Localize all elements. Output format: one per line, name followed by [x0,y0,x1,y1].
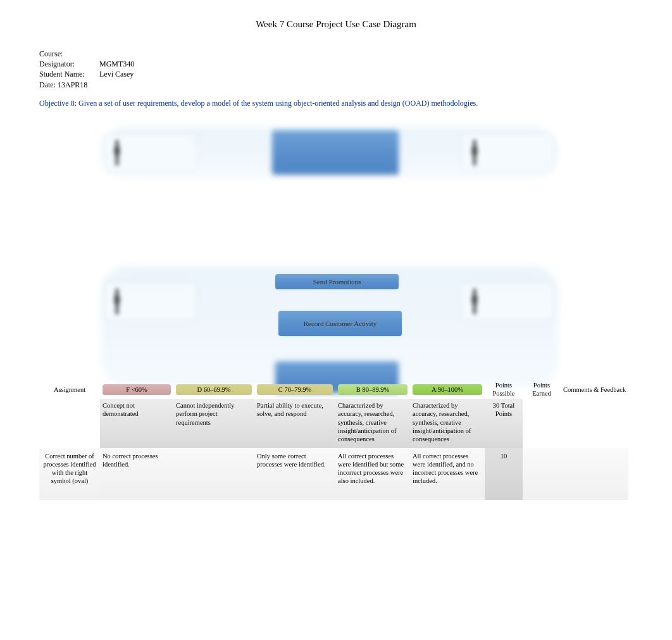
row-d [173,448,254,501]
student-row: Student Name: Levi Casey [39,69,672,79]
header-grade-c: C 70–79.9% [257,384,333,395]
descriptor-f: Concept not demonstrated [100,399,173,448]
actor-icon [468,139,482,166]
descriptor-a: Characterized by accuracy, researched, s… [410,399,485,448]
use-case-diagram: Send Promotions Record Customer Activity [0,127,672,399]
actor-box-left-top [104,134,196,172]
descriptor-c: Partial ability to execute, solve, and r… [254,399,335,448]
row-b: All correct processes were identified bu… [335,448,410,501]
header-grade-a: A 90–100% [413,384,482,395]
rubric-row: Correct number of processes identified w… [39,448,628,501]
row-comments [561,448,628,501]
header-points-possible: Points Possible [485,380,523,399]
page-title: Week 7 Course Project Use Case Diagram [0,0,672,49]
header-points-earned: Points Earned [523,380,561,399]
row-a: All correct processes were identified, a… [410,448,485,501]
descriptor-d: Cannot independently perform project req… [173,399,254,448]
actor-icon [468,288,482,315]
objective-text: Objective 8: Given a set of user require… [39,99,672,108]
header-comments: Comments & Feedback [561,380,628,399]
actor-box-left-bottom [104,282,196,320]
actor-box-right-top [462,134,554,172]
use-case-record-customer-activity: Record Customer Activity [278,311,402,336]
row-points-possible: 10 [485,448,523,501]
rubric-table: Assignment F <60% D 60–69.9% C 70–79.9% … [39,380,628,500]
use-case-send-promotions: Send Promotions [275,274,399,289]
use-case-block-blurred-top [272,130,399,175]
row-assignment: Correct number of processes identified w… [39,448,100,501]
actor-box-right-bottom [462,282,554,320]
date-row: Date: 13APR18 [39,80,672,90]
header-grade-f: F <60% [103,384,171,395]
descriptor-points-possible: 30 Total Points [485,399,523,448]
date-label: Date: [39,80,56,90]
course-label: Course: Designator: [39,49,97,69]
student-label: Student Name: [39,69,97,79]
row-c: Only some correct processes were identif… [254,448,335,501]
header-assignment: Assignment [39,380,100,399]
row-points-earned [523,448,561,501]
header-grade-d: D 60–69.9% [176,384,252,395]
course-value: MGMT340 [99,59,134,69]
course-row: Course: Designator: MGMT340 [39,49,672,69]
rubric-descriptor-row: Concept not demonstrated Cannot independ… [39,399,628,448]
actor-icon [110,139,124,166]
student-value: Levi Casey [99,69,134,79]
row-f: No correct processes identified. [100,448,173,501]
actor-icon [110,288,124,315]
header-info-block: Course: Designator: MGMT340 Student Name… [39,49,672,90]
rubric-header-row: Assignment F <60% D 60–69.9% C 70–79.9% … [39,380,628,399]
descriptor-b: Characterized by accuracy, researched, s… [335,399,410,448]
header-grade-b: B 80–89.9% [338,384,408,395]
date-value: 13APR18 [58,80,87,90]
